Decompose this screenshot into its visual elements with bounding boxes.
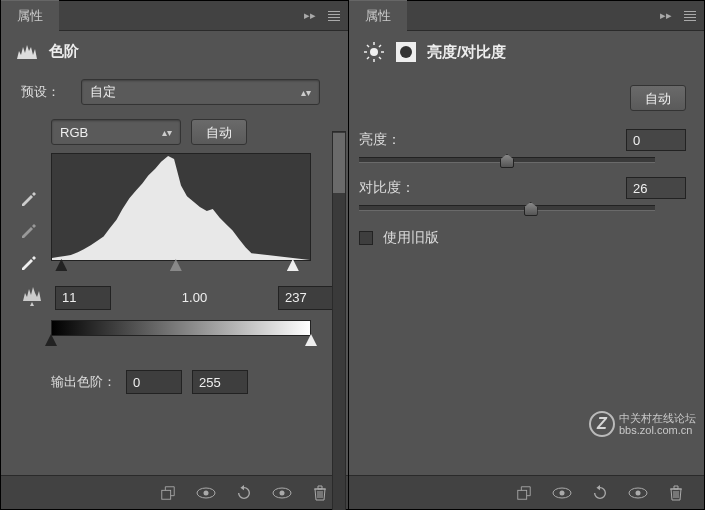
contrast-slider[interactable] xyxy=(359,205,655,211)
preset-value: 自定 xyxy=(90,83,116,101)
visibility-icon[interactable] xyxy=(272,483,292,503)
panel-menu-icon[interactable] xyxy=(324,6,344,26)
title-text: 亮度/对比度 xyxy=(427,43,506,62)
view-previous-icon[interactable] xyxy=(552,483,572,503)
svg-rect-16 xyxy=(518,490,527,499)
eyedropper-white-icon[interactable] xyxy=(19,251,39,271)
preset-select[interactable]: 自定 ▴▾ xyxy=(81,79,320,105)
input-gamma-thumb[interactable] xyxy=(170,259,182,271)
input-gamma-field[interactable] xyxy=(160,286,230,310)
input-white-field[interactable] xyxy=(278,286,334,310)
brightness-field[interactable] xyxy=(626,129,686,151)
scroll-thumb[interactable] xyxy=(333,133,345,193)
output-gradient xyxy=(51,320,311,336)
adjustment-title: 色阶 xyxy=(1,31,348,71)
svg-point-15 xyxy=(400,46,412,58)
reset-icon[interactable] xyxy=(234,483,254,503)
output-label: 输出色阶： xyxy=(51,373,116,391)
channel-value: RGB xyxy=(60,125,88,140)
output-slider-track[interactable] xyxy=(51,336,311,346)
input-white-thumb[interactable] xyxy=(287,259,299,271)
brightness-icon xyxy=(363,41,385,63)
svg-point-2 xyxy=(204,490,209,495)
contrast-label: 对比度： xyxy=(359,179,415,197)
legacy-label: 使用旧版 xyxy=(383,229,439,247)
brightness-slider[interactable] xyxy=(359,157,655,163)
collapse-icon[interactable]: ▸▸ xyxy=(656,6,676,26)
input-black-field[interactable] xyxy=(55,286,111,310)
chevron-updown-icon: ▴▾ xyxy=(162,127,172,138)
watermark: Z 中关村在线论坛 bbs.zol.com.cn xyxy=(589,411,696,437)
svg-line-12 xyxy=(379,45,381,47)
svg-point-20 xyxy=(636,490,641,495)
legacy-checkbox[interactable] xyxy=(359,231,373,245)
collapse-icon[interactable]: ▸▸ xyxy=(300,6,320,26)
trash-icon[interactable] xyxy=(666,483,686,503)
watermark-line2: bbs.zol.com.cn xyxy=(619,424,696,436)
contrast-thumb[interactable] xyxy=(524,202,538,216)
tab-bar: 属性 ▸▸ xyxy=(1,1,348,31)
svg-line-11 xyxy=(379,57,381,59)
svg-rect-0 xyxy=(162,490,171,499)
panel-menu-icon[interactable] xyxy=(680,6,700,26)
levels-icon xyxy=(15,41,39,61)
tab-bar: 属性 ▸▸ xyxy=(349,1,704,31)
svg-point-18 xyxy=(560,490,565,495)
eyedropper-gray-icon[interactable] xyxy=(19,219,39,239)
clip-to-layer-icon[interactable] xyxy=(514,483,534,503)
svg-point-5 xyxy=(370,48,378,56)
adjustment-title: 亮度/对比度 xyxy=(349,31,704,73)
channel-select[interactable]: RGB ▴▾ xyxy=(51,119,181,145)
zol-logo-icon: Z xyxy=(589,411,615,437)
chevron-updown-icon: ▴▾ xyxy=(301,87,311,98)
histogram xyxy=(51,153,311,261)
svg-line-13 xyxy=(367,57,369,59)
levels-warning-icon xyxy=(21,285,45,310)
brightness-thumb[interactable] xyxy=(500,154,514,168)
preset-label: 预设： xyxy=(21,83,71,101)
visibility-icon[interactable] xyxy=(628,483,648,503)
output-white-field[interactable] xyxy=(192,370,248,394)
clip-to-layer-icon[interactable] xyxy=(158,483,178,503)
reset-icon[interactable] xyxy=(590,483,610,503)
tab-properties[interactable]: 属性 xyxy=(1,0,59,31)
contrast-field[interactable] xyxy=(626,177,686,199)
tab-properties[interactable]: 属性 xyxy=(349,0,407,31)
output-black-thumb[interactable] xyxy=(45,334,57,346)
panel-footer xyxy=(349,475,704,509)
eyedropper-black-icon[interactable] xyxy=(19,187,39,207)
output-black-field[interactable] xyxy=(126,370,182,394)
input-black-thumb[interactable] xyxy=(55,259,67,271)
svg-line-10 xyxy=(367,45,369,47)
title-text: 色阶 xyxy=(49,42,79,61)
auto-button[interactable]: 自动 xyxy=(630,85,686,111)
output-white-thumb[interactable] xyxy=(305,334,317,346)
trash-icon[interactable] xyxy=(310,483,330,503)
scrollbar[interactable] xyxy=(332,131,346,510)
watermark-line1: 中关村在线论坛 xyxy=(619,412,696,424)
panel-footer xyxy=(1,475,348,509)
input-slider-track[interactable] xyxy=(51,261,311,271)
view-previous-icon[interactable] xyxy=(196,483,216,503)
svg-point-4 xyxy=(280,490,285,495)
brightness-label: 亮度： xyxy=(359,131,401,149)
mask-icon xyxy=(395,41,417,63)
auto-button[interactable]: 自动 xyxy=(191,119,247,145)
